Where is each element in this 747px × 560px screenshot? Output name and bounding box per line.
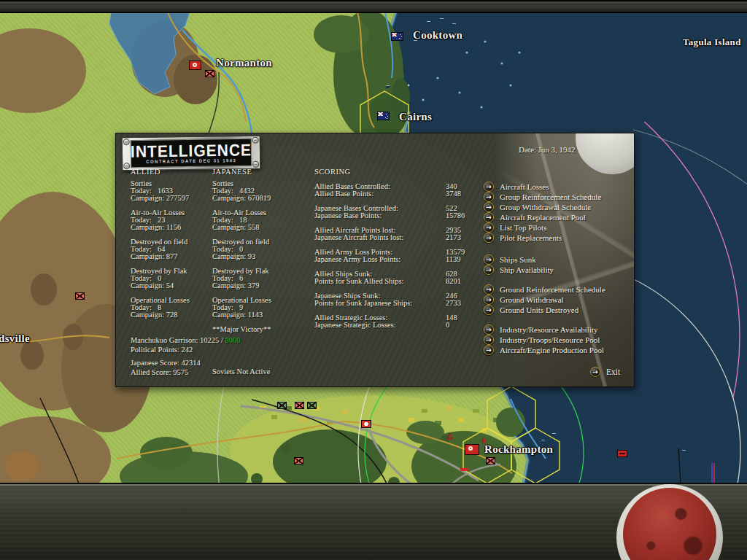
menu-item-ground-reinforcement-schedule[interactable]: →Ground Reinforcement Schedule [484, 284, 630, 295]
menu-item-ship-availability[interactable]: →Ship Availability [484, 265, 630, 275]
stat-group: Operational Losses Today:9 Campaign: 114… [212, 297, 300, 319]
scoring-value: 2173 [446, 234, 461, 241]
manchukuo-garrison-required: 8000 [225, 336, 240, 344]
stat-group: Sorties Today:4432 Campaign: 670819 [212, 180, 300, 202]
arrow-icon: → [590, 367, 600, 377]
arrow-icon: → [484, 324, 494, 335]
arrow-icon: → [484, 202, 494, 212]
scoring-group: Japanese Bases Controlled:522 Japanese B… [314, 205, 489, 219]
japanese-unit-marker[interactable] [486, 457, 495, 464]
exit-button[interactable]: → Exit [590, 367, 620, 377]
campaign-value: 558 [248, 223, 260, 231]
menu-item-label: Aircraft Losses [500, 182, 549, 191]
map-label-tagula-island: Tagula Island [683, 36, 741, 48]
ship-icon[interactable] [541, 440, 545, 443]
menu-item-industry-resource-availability[interactable]: →Industry/Resource Availability [484, 324, 630, 335]
japanese-unit-marker[interactable] [294, 457, 303, 464]
ship-icon[interactable] [452, 23, 456, 26]
ship-icon[interactable] [440, 18, 444, 21]
japanese-unit-marker[interactable] [75, 292, 85, 300]
ship-icon[interactable] [682, 450, 686, 453]
menu-item-label: Aircraft Replacement Pool [500, 213, 586, 222]
scoring-group: Allied Bases Controlled:340 Allied Base … [314, 183, 489, 198]
arrow-icon: → [484, 222, 494, 233]
screw-icon [123, 163, 130, 169]
ship-icon[interactable] [386, 85, 390, 88]
map-label-cooktown: Cooktown [413, 29, 462, 42]
menu-item-label: Pilot Replacements [500, 233, 562, 242]
map-label-dsville: dsville [0, 332, 30, 345]
menu-item-ground-units-destroyed[interactable]: →Ground Units Destroyed [484, 305, 630, 315]
exit-label: Exit [606, 368, 620, 376]
menu-item-industry-troops-resource-pool[interactable]: →Industry/Troops/Resource Pool [484, 335, 630, 345]
arrow-icon: → [484, 233, 494, 243]
scoring-label: Japanese Army Loss Points: [314, 256, 446, 263]
allied-unit-marker[interactable] [307, 402, 317, 409]
arrow-icon: → [484, 192, 494, 202]
victory-status: **Major Victory** [212, 326, 300, 333]
allied-score: Allied Score: 9575 [131, 368, 201, 377]
title-plate: INTELLIGENCE CONTRACT DATE DEC 31 1943 [122, 136, 261, 171]
scoring-group: Japanese Ships Sunk:246 Points for Sunk … [314, 292, 489, 307]
menu-group-air: →Aircraft Losses →Group Reinforcement Sc… [484, 182, 630, 243]
japanese-base-flag-rockhampton[interactable] [465, 444, 479, 455]
scoring-value: 15786 [446, 212, 465, 219]
japanese-army-counter[interactable] [361, 420, 371, 428]
campaign-label: Campaign: [212, 311, 246, 319]
menu-group-industry: →Industry/Resource Availability →Industr… [484, 324, 630, 355]
menu-item-list-top-pilots[interactable]: →List Top Pilots [484, 222, 630, 233]
menu-item-label: Ground Reinforcement Schedule [500, 285, 605, 294]
scoring-group: Allied Army Loss Points:13579 Japanese A… [314, 249, 489, 263]
campaign-label: Campaign: [131, 281, 164, 289]
campaign-value: 54 [166, 281, 174, 289]
panel-title: INTELLIGENCE [131, 141, 252, 160]
scoring-column: SCORING Allied Bases Controlled:340 Alli… [314, 168, 489, 336]
scoring-value: 3748 [446, 190, 461, 198]
japanese-base-flag-normanton[interactable] [189, 61, 201, 70]
japanese-unit-marker[interactable] [205, 70, 214, 77]
allied-unit-marker[interactable] [277, 402, 287, 409]
menu-item-group-withdrawal-schedule[interactable]: →Group Withdrawal Schedule [484, 202, 630, 212]
menu-item-aircraft-replacement-pool[interactable]: →Aircraft Replacement Pool [484, 212, 630, 222]
intelligence-panel: INTELLIGENCE CONTRACT DATE DEC 31 1943 D… [115, 133, 635, 387]
stat-group: Destroyed by Flak Today:0 Campaign: 54 [131, 268, 218, 289]
menu-item-pilot-replacements[interactable]: →Pilot Replacements [484, 233, 630, 243]
campaign-label: Campaign: [212, 252, 246, 260]
japanese-taskforce-marker[interactable] [617, 450, 627, 457]
ship-icon[interactable] [427, 21, 430, 24]
scoring-group: Allied Strategic Losses:148 Japanese Str… [314, 314, 489, 329]
map-label-cairns: Cairns [399, 111, 432, 123]
stat-group: Air-to-Air Losses Today:23 Campaign: 115… [131, 209, 218, 231]
menu-item-label: Aircraft/Engine Production Pool [500, 346, 604, 354]
port-anchor-icon[interactable]: ⚓ [446, 432, 454, 441]
scoring-group: Allied Ships Sunk:628 Points for Sunk Al… [314, 271, 489, 285]
japanese-unit-marker[interactable] [295, 402, 304, 409]
menu-item-aircraft-engine-production-pool[interactable]: →Aircraft/Engine Production Pool [484, 345, 630, 355]
menu-item-aircraft-losses[interactable]: →Aircraft Losses [484, 182, 630, 192]
stat-group: Operational Losses Today:8 Campaign: 728 [131, 297, 218, 319]
menu-item-ground-withdrawal[interactable]: →Ground Withdrawal [484, 295, 630, 305]
scoring-value: 1139 [446, 256, 461, 263]
campaign-value: 379 [248, 281, 260, 289]
game-screen: ⚓ ✈ Cooktown Normanton Cairns Tagula Isl… [0, 0, 747, 560]
campaign-label: Campaign: [131, 223, 164, 231]
stat-group: Destroyed on field Today:0 Campaign: 93 [212, 238, 300, 260]
allied-header: ALLIED [131, 168, 218, 176]
menu-item-ships-sunk[interactable]: →Ships Sunk [484, 254, 630, 265]
campaign-value: 1156 [166, 223, 182, 231]
campaign-label: Campaign: [131, 252, 164, 260]
scoring-value: 8201 [446, 278, 461, 285]
arrow-icon: → [484, 212, 494, 222]
campaign-value: 93 [248, 252, 256, 260]
menu-item-label: Industry/Troops/Resource Pool [500, 335, 600, 344]
red-orb-large-sphere [623, 488, 716, 560]
allied-base-flag-cairns[interactable] [377, 112, 390, 120]
scoring-label: Japanese Base Points: [314, 212, 446, 219]
menu-item-group-reinforcement-schedule[interactable]: →Group Reinforcement Schedule [484, 192, 630, 202]
ship-icon[interactable] [552, 433, 556, 436]
scoring-label: Japanese Aircraft Points lost: [314, 234, 446, 241]
stat-group: Destroyed on field Today:64 Campaign: 87… [131, 238, 218, 260]
allied-base-flag-cooktown[interactable] [391, 32, 403, 41]
menu-item-label: Group Withdrawal Schedule [500, 203, 591, 211]
scoring-label: Points for Sunk Allied Ships: [314, 278, 446, 285]
